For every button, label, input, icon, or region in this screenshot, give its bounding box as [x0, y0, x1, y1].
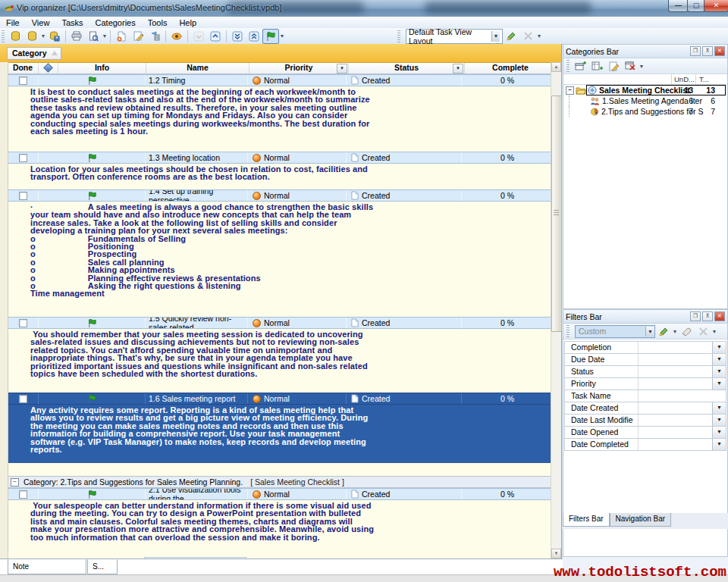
menu-item-view[interactable]: View [26, 17, 56, 28]
task-view-layout-combo[interactable]: Default Task View Layout ▼ [406, 29, 503, 44]
task-name-cell[interactable]: 1.4 Set up training perspective [146, 190, 248, 201]
new-category-icon[interactable] [572, 58, 588, 74]
filters-toolbar-overflow-icon[interactable]: ▼ [711, 329, 717, 334]
task-note[interactable]: Location for your sales meetings should … [8, 164, 551, 189]
close-button[interactable]: ✕ [704, 0, 728, 12]
filter-value[interactable] [639, 390, 726, 402]
minimize-button[interactable]: — [668, 0, 689, 12]
print-preview-icon[interactable] [85, 29, 102, 44]
column-header-priority[interactable]: Priority▼ [249, 63, 349, 74]
priority-filter-dropdown-icon[interactable]: ▼ [337, 64, 347, 74]
new-subcategory-icon[interactable] [588, 58, 605, 74]
tree-item[interactable]: 2.Tips and Suggestions for S77 [563, 106, 727, 117]
menu-item-help[interactable]: Help [173, 17, 202, 28]
save-filter-icon[interactable] [655, 324, 672, 339]
save-filter-dropdown-icon[interactable]: ▼ [672, 329, 678, 334]
open-database-dropdown-icon[interactable]: ▼ [40, 33, 46, 39]
done-checkbox[interactable] [19, 490, 27, 499]
restore-panel-icon[interactable]: ❐ [690, 46, 701, 56]
filter-dropdown-icon[interactable]: ▼ [712, 402, 726, 414]
filter-preset-combo[interactable]: Custom ▼ [575, 325, 655, 338]
task-priority-cell[interactable]: Normal [248, 75, 347, 86]
maximize-button[interactable]: ▢ [687, 0, 705, 12]
filter-dropdown-icon[interactable]: ▼ [712, 415, 726, 426]
filter-dropdown-icon[interactable]: ▼ [712, 354, 726, 365]
task-name-cell[interactable]: 2.1 Use visualization tools during the [146, 489, 248, 499]
task-priority-cell[interactable]: Normal [248, 318, 347, 328]
tree-item[interactable]: −Sales Meeting Checklist1313 [563, 85, 727, 95]
task-status-cell[interactable]: Created [347, 75, 462, 86]
category-separator-row[interactable]: −Category: 2.Tips and Suggestions for Sa… [8, 476, 561, 488]
task-row[interactable]: 1.3 Meeting locationNormalCreated0 % [8, 152, 561, 164]
column-header-complete[interactable]: Complete [465, 63, 556, 74]
menu-item-file[interactable]: File [0, 17, 26, 28]
task-done-cell[interactable] [8, 393, 39, 404]
task-note[interactable]: Any activity requires some report. Repor… [8, 405, 551, 463]
task-row[interactable]: 1.4 Set up training perspectiveNormalCre… [8, 189, 561, 202]
group-by-category-tab[interactable]: Category [7, 47, 61, 60]
clear-filter-icon[interactable] [678, 324, 695, 339]
menu-item-tools[interactable]: Tools [142, 17, 174, 28]
filter-value[interactable] [639, 427, 712, 438]
column-undone[interactable]: UnD... [674, 75, 695, 83]
task-row[interactable]: 1.6 Sales meeting reportNormalCreated0 % [8, 393, 561, 405]
done-checkbox[interactable] [19, 319, 27, 327]
note-tab-more[interactable]: S... [87, 559, 118, 574]
task-name-cell[interactable]: 1.5 Quickly review non-sales related [146, 318, 248, 328]
task-priority-cell[interactable]: Normal [248, 152, 347, 163]
filter-value[interactable] [639, 366, 712, 377]
task-row[interactable]: 1.2 TimingNormalCreated0 % [8, 74, 561, 86]
task-name-cell[interactable]: 1.2 Timing [146, 75, 248, 86]
task-done-cell[interactable] [8, 318, 39, 328]
filter-value[interactable] [639, 402, 712, 414]
edit-task-icon[interactable] [130, 29, 146, 44]
menu-item-categories[interactable]: Categories [89, 17, 142, 28]
scroll-up-icon[interactable]: ▲ [551, 62, 561, 72]
filter-value[interactable] [639, 378, 712, 390]
task-status-cell[interactable]: Created [347, 190, 462, 201]
filter-dropdown-icon[interactable]: ▼ [712, 427, 726, 438]
task-status-cell[interactable]: Created [347, 393, 462, 404]
filter-value[interactable] [639, 439, 712, 450]
restore-panel-icon[interactable]: ❐ [690, 311, 701, 321]
categories-toolbar-overflow-icon[interactable]: ▼ [639, 64, 645, 69]
done-checkbox[interactable] [19, 154, 27, 162]
tree-expander-icon[interactable]: − [566, 86, 574, 95]
menu-item-tasks[interactable]: Tasks [55, 17, 89, 28]
task-name-cell[interactable]: 1.6 Sales meeting report [146, 393, 248, 404]
scroll-down-icon[interactable]: ▼ [551, 549, 561, 559]
task-done-cell[interactable] [8, 75, 39, 86]
new-database-icon[interactable] [7, 29, 24, 44]
filter-value[interactable] [639, 354, 712, 365]
tree-item[interactable]: 1.Sales Meeting Agenda Iter66 [563, 95, 727, 106]
task-note[interactable]: You should remember that your sales meet… [8, 329, 551, 393]
column-total[interactable]: T... [699, 75, 709, 83]
pin-panel-icon[interactable]: ⊼ [702, 46, 713, 56]
open-database-icon[interactable] [24, 29, 40, 44]
layout-dropdown-icon[interactable]: ▼ [536, 33, 542, 39]
delete-filter-icon[interactable] [695, 324, 711, 339]
task-priority-cell[interactable]: Normal [248, 190, 347, 201]
filter-dropdown-icon[interactable]: ▼ [712, 366, 726, 377]
task-note[interactable]: · A sales meeting is always a good chanc… [8, 202, 551, 317]
move-down-icon[interactable] [190, 29, 207, 44]
task-name-cell[interactable]: 1.3 Meeting location [146, 152, 248, 163]
filter-dropdown-icon[interactable]: ▼ [712, 439, 726, 450]
print-icon[interactable] [68, 29, 85, 44]
column-header-info[interactable]: Info [58, 63, 146, 74]
collapse-icon[interactable]: − [11, 478, 19, 487]
save-database-icon[interactable] [46, 29, 63, 44]
save-layout-icon[interactable] [503, 29, 519, 44]
filter-dropdown-icon[interactable]: ▼ [712, 342, 726, 353]
filter-value[interactable] [639, 342, 712, 353]
done-checkbox[interactable] [19, 192, 27, 200]
status-filter-dropdown-icon[interactable]: ▼ [453, 64, 463, 74]
edit-category-icon[interactable] [605, 58, 622, 74]
task-priority-cell[interactable]: Normal [248, 489, 347, 499]
filter-dropdown-icon[interactable]: ▼ [712, 378, 726, 390]
dock-tab-navigation-bar[interactable]: Navigation Bar [610, 513, 672, 527]
scrollbar-thumb[interactable] [551, 95, 562, 332]
column-header-priority-icon[interactable] [39, 63, 58, 74]
combo-arrow-icon[interactable]: ▼ [645, 327, 654, 336]
note-tab-note[interactable]: Note [8, 559, 86, 574]
